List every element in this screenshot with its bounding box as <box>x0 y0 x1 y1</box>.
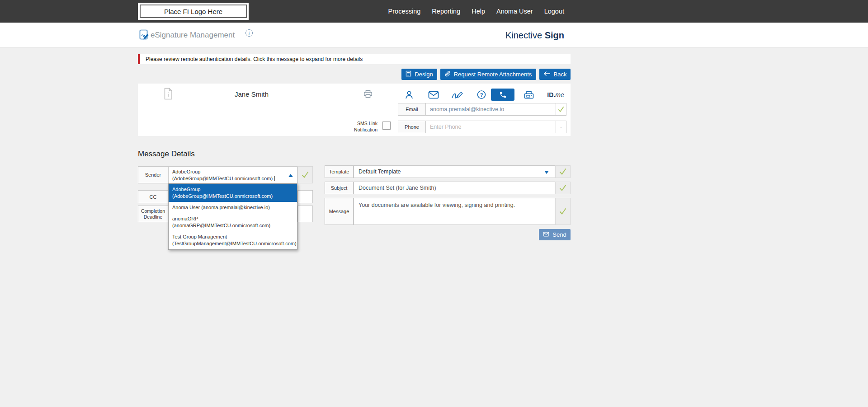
email-input[interactable] <box>425 103 556 116</box>
app-header: eSignature Management i Kinective Sign <box>0 23 868 48</box>
fax-icon[interactable] <box>523 89 535 101</box>
message-valid-check <box>555 198 571 225</box>
email-valid-check <box>556 103 566 116</box>
brand-logo: Kinective Sign <box>505 30 564 41</box>
sender-select[interactable]: AdobeGroup (AdobeGroup@IMMTestCU.onmicro… <box>168 166 297 183</box>
subject-valid-check <box>555 182 571 194</box>
fi-logo-text: Place FI Logo Here <box>164 8 222 15</box>
sms-link-notification-checkbox[interactable] <box>382 122 391 130</box>
back-button[interactable]: Back <box>539 69 571 80</box>
template-label: Template <box>325 165 354 178</box>
send-button[interactable]: Send <box>539 229 571 240</box>
page-title: eSignature Management <box>151 31 235 40</box>
cc-check-cell <box>297 190 313 203</box>
brand-first: Kinective <box>505 30 542 40</box>
question-icon[interactable]: ? <box>475 89 488 101</box>
paperclip-icon <box>445 70 451 79</box>
sender-option-anomagrp[interactable]: anomaGRP (anomaGRP@IMMTestCU.onmicrosoft… <box>169 213 297 231</box>
check-icon <box>559 168 567 175</box>
completion-deadline-label: Completion Deadline <box>138 206 168 222</box>
brand-second: Sign <box>545 30 564 40</box>
person-icon[interactable] <box>403 89 415 101</box>
sender-valid-check <box>297 166 313 183</box>
topbar: Place FI Logo Here Processing Reporting … <box>0 0 868 23</box>
nav-reporting[interactable]: Reporting <box>432 8 460 15</box>
message-input[interactable]: Your documents are available for viewing… <box>354 198 555 225</box>
nav-help[interactable]: Help <box>472 8 485 15</box>
send-envelope-icon <box>543 231 549 238</box>
idme-icon[interactable]: ID.me <box>544 89 567 101</box>
info-icon[interactable]: i <box>245 29 253 37</box>
email-label: Email <box>398 103 426 116</box>
message-label: Message <box>325 198 354 225</box>
design-button[interactable]: Design <box>401 69 437 80</box>
notification-text: Please review remote authentication deta… <box>146 56 363 62</box>
request-remote-attachments-button[interactable]: Request Remote Attachments <box>440 69 536 80</box>
chevron-up-icon <box>288 174 293 177</box>
nav-processing[interactable]: Processing <box>388 8 421 15</box>
message-value: Your documents are available for viewing… <box>359 202 515 208</box>
message-details-heading: Message Details <box>138 150 195 159</box>
check-icon <box>301 171 309 178</box>
esignature-management-screen: Place FI Logo Here Processing Reporting … <box>0 0 868 407</box>
notification-banner[interactable]: Please review remote authentication deta… <box>138 54 571 64</box>
template-value: Default Template <box>359 168 401 175</box>
check-icon <box>559 208 567 215</box>
svg-text:?: ? <box>480 92 483 97</box>
recipient-name: Jane Smith <box>235 90 269 98</box>
phone-input[interactable] <box>425 121 556 133</box>
idme-label-bold: ID. <box>547 91 555 98</box>
chevron-down-icon <box>544 171 549 174</box>
signature-pen-icon[interactable] <box>451 89 463 101</box>
subject-input[interactable]: Document Set (for Jane Smith) <box>354 182 555 194</box>
completion-deadline-check-cell <box>297 206 313 222</box>
back-arrow-icon <box>543 71 551 78</box>
nav-logout[interactable]: Logout <box>544 8 564 15</box>
sender-label: Sender <box>138 166 168 183</box>
phone-icon-selected[interactable] <box>491 89 514 101</box>
printer-icon[interactable] <box>363 89 373 101</box>
email-icon[interactable] <box>427 89 440 101</box>
cc-label: CC <box>138 190 168 203</box>
sender-dropdown-list: AdobeGroup (AdobeGroup@IMMTestCU.onmicro… <box>168 183 297 250</box>
sender-option-anoma-user[interactable]: Anoma User (anoma.premalal@kinective.io) <box>169 202 297 213</box>
phone-label: Phone <box>398 121 426 133</box>
phone-suffix-cell: - <box>556 121 566 133</box>
idme-label-light: me <box>555 91 564 98</box>
recipient-panel: Jane Smith <box>138 84 571 136</box>
text-caret <box>274 176 275 181</box>
top-navigation: Processing Reporting Help Anoma User Log… <box>388 0 564 23</box>
check-icon <box>559 184 567 192</box>
nav-user-menu[interactable]: Anoma User <box>496 8 533 15</box>
check-icon <box>557 106 565 112</box>
design-document-icon <box>406 70 411 78</box>
sms-link-notification-label: SMS Link Notification <box>345 120 377 133</box>
esignature-icon <box>138 29 150 42</box>
subject-value: Document Set (for Jane Smith) <box>359 185 436 191</box>
sender-option-test-group-management[interactable]: Test Group Management (TestGroupManageme… <box>169 231 297 249</box>
fi-logo-placeholder: Place FI Logo Here <box>138 3 249 20</box>
subject-label: Subject <box>325 182 354 194</box>
template-valid-check <box>555 165 571 178</box>
sender-option-adobegroup[interactable]: AdobeGroup (AdobeGroup@IMMTestCU.onmicro… <box>169 184 297 202</box>
template-select[interactable]: Default Template <box>354 165 555 178</box>
sender-value: AdobeGroup (AdobeGroup@IMMTestCU.onmicro… <box>172 169 273 181</box>
document-icon <box>163 88 173 102</box>
